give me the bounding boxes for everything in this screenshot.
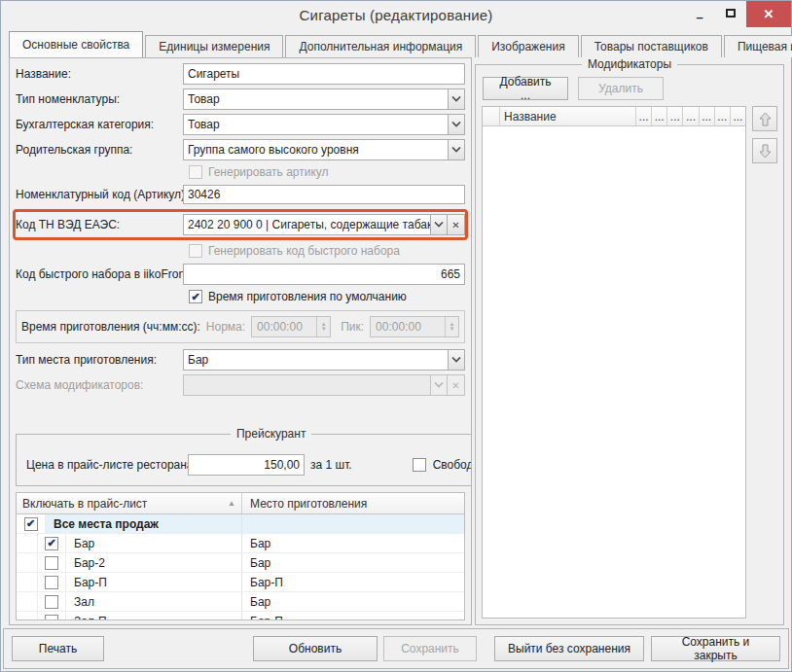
column-blank (483, 107, 500, 125)
maximize-button[interactable] (715, 1, 746, 24)
generate-sku-checkbox: ✔ (189, 165, 202, 179)
check-icon: ✔ (26, 518, 35, 529)
cook-time-norm-input: 00:00:00 ▲▼ (251, 316, 331, 337)
save-button: Сохранить (383, 636, 477, 661)
accounting-category-value: Товар (184, 115, 448, 134)
column-dots[interactable]: ... (715, 107, 731, 125)
chevron-down-icon[interactable] (448, 89, 464, 109)
cook-time-panel: Время приготовления (чч:мм:сс): Норма: 0… (16, 310, 465, 343)
column-dots[interactable]: ... (731, 107, 745, 125)
refresh-button[interactable]: Обновить (253, 636, 378, 661)
cook-time-label: Время приготовления (чч:мм:сс): (21, 320, 200, 334)
sort-asc-icon: ▲ (228, 499, 235, 508)
row-checkbox[interactable]: ✔ (45, 615, 58, 621)
column-dots[interactable]: ... (683, 107, 699, 125)
nomenclature-type-value: Товар (184, 89, 448, 109)
column-include-in-pricelist[interactable]: Включать в прайс-лист ▲ (17, 493, 242, 513)
chevron-down-icon[interactable] (430, 215, 447, 234)
column-dots[interactable]: ... (700, 107, 715, 125)
cook-time-norm-label: Норма: (206, 320, 245, 334)
chevron-down-icon[interactable] (448, 350, 464, 370)
name-label: Название: (16, 67, 183, 81)
move-down-button[interactable] (752, 138, 777, 163)
price-input[interactable] (188, 454, 305, 476)
row-checkbox[interactable]: ✔ (24, 517, 38, 531)
minimize-button[interactable]: – (684, 1, 715, 24)
tab-main-properties[interactable]: Основные свойства (9, 31, 143, 57)
tab-nutrition[interactable]: Пищевая ценность (724, 35, 792, 57)
close-button[interactable]: ✕ (746, 1, 791, 27)
column-dots[interactable]: ... (652, 107, 667, 125)
maximize-icon (726, 9, 736, 18)
row-checkbox[interactable]: ✔ (45, 556, 58, 570)
parent-group-select[interactable]: Группа самого высокого уровня (183, 139, 465, 160)
modifier-scheme-select: ✕ (183, 374, 465, 396)
row-checkbox[interactable]: ✔ (45, 537, 58, 550)
footer-bar: Печать Обновить Сохранить Выйти без сохр… (3, 628, 789, 669)
table-row[interactable]: ✔ Все места продаж (17, 514, 464, 534)
table-row[interactable]: ✔ Зал Бар (17, 592, 464, 612)
default-cook-time-checkbox[interactable]: ✔ (189, 290, 202, 303)
tnved-value: 2402 20 900 0 | Сигареты, содержащие таб… (184, 215, 430, 234)
tab-additional-info[interactable]: Дополнительная информация (285, 35, 476, 57)
tab-images[interactable]: Изображения (478, 35, 578, 57)
title-bar: Сигареты (редактирование) – ✕ (1, 1, 791, 30)
table-row[interactable]: ✔ Зал-П Бар-П (17, 612, 464, 620)
modifiers-groupbox: Модификаторы Добавить ... Удалить Назван… (475, 57, 784, 625)
row-checkbox[interactable]: ✔ (45, 576, 58, 589)
cook-time-peak-input: 00:00:00 ▲▼ (370, 316, 459, 337)
tnved-label: Код ТН ВЭД ЕАЭС: (16, 218, 183, 231)
tnved-select[interactable]: 2402 20 900 0 | Сигареты, содержащие таб… (183, 214, 465, 235)
default-cook-time-label: Время приготовления по умолчанию (208, 290, 407, 303)
generate-quick-code-label: Генерировать код быстрого набора (208, 244, 400, 258)
cook-place-type-label: Тип места приготовления: (16, 353, 183, 367)
modifier-scheme-label: Схема модификаторов: (16, 378, 183, 392)
table-row[interactable]: ✔ Бар-П Бар-П (17, 573, 464, 592)
nomenclature-type-select[interactable]: Товар (183, 88, 465, 110)
sku-label: Номенклатурный код (Артикул): (16, 188, 183, 201)
row-checkbox[interactable]: ✔ (45, 595, 58, 609)
generate-sku-label: Генерировать артикул (208, 165, 329, 179)
main-properties-panel: Название: Тип номенклатуры: Товар (9, 57, 472, 625)
column-dots[interactable]: ... (636, 107, 652, 125)
table-row[interactable]: ✔ Бар-2 Бар (17, 553, 464, 573)
per-unit-label: за 1 шт. (310, 458, 352, 472)
clear-icon[interactable]: ✕ (447, 215, 464, 234)
free-price-label: Свободная цена (433, 458, 472, 472)
accounting-category-select[interactable]: Товар (183, 114, 465, 135)
window-title: Сигареты (редактирование) (1, 1, 791, 30)
pricelist-table: Включать в прайс-лист ▲ Место приготовле… (16, 492, 465, 620)
name-input[interactable] (183, 63, 465, 85)
tab-units[interactable]: Единицы измерения (145, 35, 283, 57)
save-and-close-button[interactable]: Сохранить и закрыть (651, 636, 780, 661)
arrow-down-icon (759, 144, 772, 159)
tab-bar: Основные свойства Единицы измерения Допо… (1, 30, 791, 57)
delete-modifier-button: Удалить (578, 77, 664, 100)
tab-supplier-goods[interactable]: Товары поставщиков (581, 35, 722, 57)
add-modifier-button[interactable]: Добавить ... (483, 77, 568, 100)
print-button[interactable]: Печать (12, 636, 104, 661)
chevron-down-icon[interactable] (448, 115, 464, 134)
sku-input[interactable] (183, 185, 465, 204)
pricelist-groupbox: Прейскурант Цена в прайс-листе ресторана… (16, 427, 472, 486)
column-dots[interactable]: ... (667, 107, 683, 125)
move-up-button[interactable] (752, 106, 777, 131)
free-price-checkbox[interactable]: ✔ (413, 458, 426, 472)
column-name[interactable]: Название (500, 107, 636, 125)
quick-code-input[interactable] (183, 264, 465, 285)
price-label: Цена в прайс-листе ресторана: (26, 458, 188, 472)
quick-code-label: Код быстрого набора в iikoFront: (16, 267, 183, 281)
modifiers-table-body[interactable] (483, 126, 745, 618)
chevron-down-icon (430, 375, 447, 395)
chevron-down-icon[interactable] (448, 140, 464, 159)
clear-icon: ✕ (447, 375, 464, 395)
tab-page-main: Название: Тип номенклатуры: Товар (1, 57, 791, 625)
modifiers-table: Название ... ... ... ... ... ... ... (482, 106, 746, 619)
cook-place-type-select[interactable]: Бар (183, 349, 465, 371)
column-cook-place[interactable]: Место приготовления (242, 493, 464, 513)
table-row[interactable]: ✔ Бар Бар (17, 534, 464, 553)
nomenclature-type-label: Тип номенклатуры: (16, 92, 183, 106)
exit-without-saving-button[interactable]: Выйти без сохранения (494, 636, 644, 661)
modifier-scheme-value (184, 375, 430, 395)
spinner-icon: ▲▼ (316, 317, 330, 336)
